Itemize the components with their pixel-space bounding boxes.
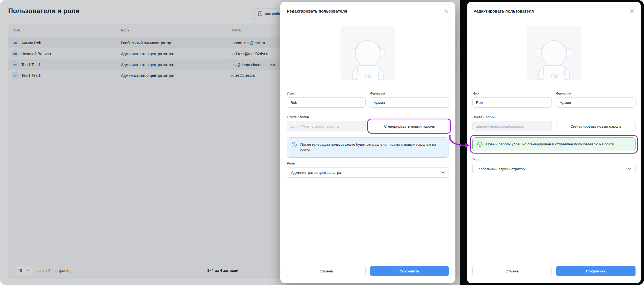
close-icon[interactable] bbox=[444, 9, 449, 14]
modal-title: Редактировать пользователя bbox=[473, 9, 534, 13]
last-name-label: Фамилия bbox=[556, 91, 571, 95]
role-select[interactable]: Администратор центра затрат bbox=[287, 167, 449, 178]
first-name-input[interactable] bbox=[287, 97, 366, 108]
generate-password-button[interactable]: Сгенерировать новый пароль bbox=[556, 121, 636, 131]
annotation-arrow bbox=[447, 135, 473, 150]
first-name-input[interactable] bbox=[472, 97, 552, 108]
edit-user-modal-left: Редактировать пользователя bbox=[280, 2, 455, 283]
save-button[interactable]: Сохранить bbox=[556, 266, 636, 276]
header-divider bbox=[280, 21, 455, 21]
screenshot-root: Пользователи и роли ? Как работ Имя Роль… bbox=[0, 0, 644, 285]
last-name-input[interactable] bbox=[556, 97, 636, 108]
check-circle-icon bbox=[477, 141, 483, 147]
save-button[interactable]: Сохранить bbox=[370, 266, 449, 276]
role-label: Роль bbox=[472, 158, 480, 162]
edit-user-modal-right: Редактировать пользователя bbox=[467, 2, 641, 283]
cancel-button[interactable]: Отмена bbox=[287, 266, 366, 276]
role-select-value: Глобальный администратор bbox=[476, 167, 525, 171]
generate-password-button[interactable]: Сгенерировать новый пароль bbox=[370, 121, 449, 131]
last-name-input[interactable] bbox=[370, 97, 449, 108]
info-banner-text: После генерации пользователю будет отпра… bbox=[300, 142, 444, 153]
first-name-label: Имя bbox=[287, 91, 294, 95]
generate-password-label: Сгенерировать новый пароль bbox=[384, 124, 435, 128]
cancel-label: Отмена bbox=[320, 269, 333, 273]
modal-title: Редактировать пользователя bbox=[287, 9, 347, 13]
astronaut-illustration-icon bbox=[340, 26, 395, 80]
chevron-down-icon bbox=[441, 171, 445, 174]
role-select[interactable]: Глобальный администратор bbox=[472, 164, 636, 174]
chevron-down-icon bbox=[628, 168, 631, 170]
first-name-label: Имя bbox=[472, 91, 479, 95]
last-name-label: Фамилия bbox=[370, 91, 385, 95]
cancel-button[interactable]: Отмена bbox=[472, 266, 552, 276]
success-banner: Новый пароль успешно сгенерирован и отпр… bbox=[472, 137, 636, 151]
info-icon bbox=[291, 142, 297, 148]
header-divider bbox=[467, 21, 641, 21]
info-banner: После генерации пользователю будет отпра… bbox=[287, 137, 449, 158]
user-illustration bbox=[527, 26, 581, 80]
role-select-value: Администратор центра затрат bbox=[291, 171, 343, 175]
close-icon[interactable] bbox=[629, 9, 634, 14]
email-login-input bbox=[472, 121, 552, 131]
email-login-input bbox=[287, 121, 366, 131]
save-label: Сохранить bbox=[400, 269, 419, 273]
generate-password-label: Сгенерировать новый пароль bbox=[570, 124, 621, 128]
email-login-label: Почта / логин bbox=[472, 115, 495, 119]
success-banner-text: Новый пароль успешно сгенерирован и отпр… bbox=[486, 142, 614, 147]
role-label: Роль bbox=[287, 161, 295, 165]
save-label: Сохранить bbox=[586, 269, 606, 273]
cancel-label: Отмена bbox=[506, 269, 519, 273]
astronaut-illustration-icon bbox=[527, 26, 581, 80]
email-login-label: Почта / логин bbox=[287, 115, 309, 119]
user-illustration bbox=[340, 26, 395, 80]
